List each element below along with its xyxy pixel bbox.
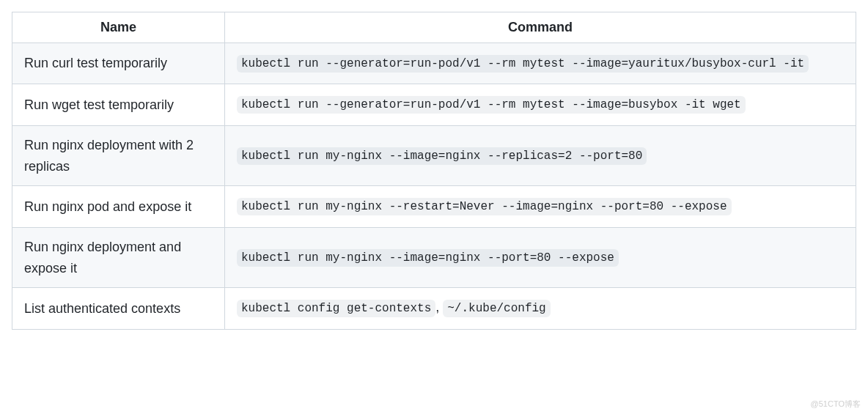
cell-name: List authenticated contexts bbox=[12, 288, 225, 329]
table-row: Run nginx deployment with 2 replicas kub… bbox=[12, 125, 856, 186]
cell-command: kubectl config get-contexts, ~/.kube/con… bbox=[225, 288, 856, 329]
table-row: List authenticated contexts kubectl conf… bbox=[12, 288, 856, 329]
command-code: kubectl run my-nginx --image=nginx --rep… bbox=[237, 147, 647, 165]
cell-name: Run curl test temporarily bbox=[12, 43, 225, 84]
cell-command: kubectl run my-nginx --image=nginx --por… bbox=[225, 227, 856, 288]
command-code: kubectl config get-contexts bbox=[237, 300, 435, 317]
command-code: ~/.kube/config bbox=[443, 300, 550, 317]
cell-name: Run nginx deployment with 2 replicas bbox=[12, 125, 225, 186]
table-row: Run wget test temporarily kubectl run --… bbox=[12, 84, 856, 125]
command-code: kubectl run --generator=run-pod/v1 --rm … bbox=[237, 96, 746, 114]
command-code: kubectl run my-nginx --restart=Never --i… bbox=[237, 198, 732, 215]
cell-command: kubectl run --generator=run-pod/v1 --rm … bbox=[225, 84, 856, 125]
command-reference-table: Name Command Run curl test temporarily k… bbox=[12, 12, 856, 330]
cell-command: kubectl run --generator=run-pod/v1 --rm … bbox=[225, 43, 856, 84]
table-row: Run nginx pod and expose it kubectl run … bbox=[12, 186, 856, 227]
table-row: Run nginx deployment and expose it kubec… bbox=[12, 227, 856, 288]
cell-command: kubectl run my-nginx --restart=Never --i… bbox=[225, 186, 856, 227]
column-header-command: Command bbox=[225, 12, 856, 43]
column-header-name: Name bbox=[12, 12, 225, 43]
cell-command: kubectl run my-nginx --image=nginx --rep… bbox=[225, 125, 856, 186]
cell-name: Run nginx deployment and expose it bbox=[12, 227, 225, 288]
table-header-row: Name Command bbox=[12, 12, 856, 43]
table-row: Run curl test temporarily kubectl run --… bbox=[12, 43, 856, 84]
cell-name: Run wget test temporarily bbox=[12, 84, 225, 125]
command-code: kubectl run --generator=run-pod/v1 --rm … bbox=[237, 55, 809, 73]
command-code: kubectl run my-nginx --image=nginx --por… bbox=[237, 249, 619, 267]
cell-name: Run nginx pod and expose it bbox=[12, 186, 225, 227]
command-separator: , bbox=[435, 300, 443, 314]
